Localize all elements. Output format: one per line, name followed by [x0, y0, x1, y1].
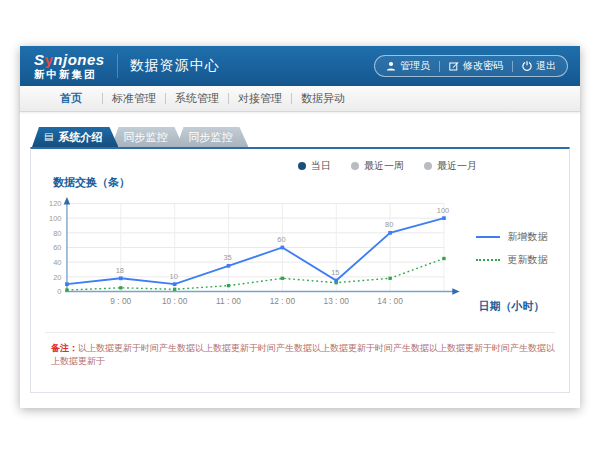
- filter-label: 最近一周: [364, 159, 404, 173]
- change-password-button[interactable]: 修改密码: [449, 59, 503, 73]
- svg-text:80: 80: [53, 229, 61, 238]
- radio-icon: [351, 162, 359, 170]
- filter-label: 最近一月: [437, 159, 477, 173]
- svg-text:14 : 00: 14 : 00: [377, 296, 403, 306]
- chart-legend: 新增数据 更新数据: [476, 230, 569, 267]
- app-header: Synjones 新中新集团 数据资源中心 管理员 修改密码 退出: [20, 46, 580, 86]
- legend-line-solid: [476, 236, 500, 238]
- logo-text-2: njones: [53, 51, 104, 68]
- legend-line-dotted: [476, 259, 500, 261]
- user-menu[interactable]: 管理员: [386, 59, 430, 73]
- logout-button[interactable]: 退出: [522, 59, 556, 73]
- svg-text:0: 0: [57, 287, 61, 296]
- nav-item-home[interactable]: 首页: [40, 91, 102, 106]
- svg-text:12 : 00: 12 : 00: [270, 296, 296, 306]
- tab-label: 同步监控: [123, 130, 167, 145]
- svg-text:80: 80: [385, 220, 393, 229]
- svg-text:20: 20: [53, 273, 61, 282]
- chart-right-column: 新增数据 更新数据 日期（小时）: [476, 190, 569, 330]
- tab-label: 系统介绍: [58, 130, 102, 145]
- legend-item-updated-data: 更新数据: [476, 253, 569, 267]
- filter-last-week[interactable]: 最近一周: [351, 159, 404, 173]
- change-password-label: 修改密码: [463, 59, 503, 73]
- footnote-prefix: 备注：: [51, 343, 78, 353]
- line-chart: 0204060801001209 : 0010 : 0011 : 0012 : …: [41, 190, 476, 330]
- svg-text:40: 40: [53, 258, 61, 267]
- svg-text:100: 100: [437, 206, 449, 215]
- pill-separator: [439, 61, 440, 72]
- user-controls: 管理员 修改密码 退出: [374, 55, 568, 77]
- svg-text:60: 60: [53, 243, 61, 252]
- nav-item-standard-management[interactable]: 标准管理: [103, 91, 165, 106]
- svg-text:10: 10: [170, 272, 178, 281]
- main-content: ▤ 系统介绍 同步监控 同步监控 当日 最近一周: [30, 127, 570, 393]
- footnote-text: 以上数据更新于时间产生数据以上数据更新于时间产生数据以上数据更新于时间产生数据以…: [51, 343, 555, 366]
- brand-logo: Synjones 新中新集团: [34, 52, 105, 80]
- tab-sync-monitor-2[interactable]: 同步监控: [176, 127, 248, 147]
- user-label: 管理员: [400, 59, 430, 73]
- x-axis-title: 日期（小时）: [478, 299, 544, 314]
- pill-separator: [512, 61, 513, 72]
- tab-bar: ▤ 系统介绍 同步监控 同步监控: [32, 127, 570, 147]
- footnote: 备注：以上数据更新于时间产生数据以上数据更新于时间产生数据以上数据更新于时间产生…: [31, 333, 569, 367]
- svg-text:60: 60: [277, 235, 285, 244]
- page-title: 数据资源中心: [130, 57, 220, 75]
- header-divider: [117, 54, 118, 78]
- filter-last-month[interactable]: 最近一月: [424, 159, 477, 173]
- svg-text:100: 100: [49, 214, 61, 223]
- legend-item-new-data: 新增数据: [476, 230, 569, 244]
- radio-icon: [424, 162, 432, 170]
- logout-label: 退出: [536, 59, 556, 73]
- chart-area: 0204060801001209 : 0010 : 0011 : 0012 : …: [31, 190, 569, 330]
- nav-item-system-management[interactable]: 系统管理: [166, 91, 228, 106]
- logo-text: S: [34, 51, 45, 68]
- power-icon: [522, 61, 532, 71]
- tab-system-intro[interactable]: ▤ 系统介绍: [32, 127, 118, 147]
- filter-label: 当日: [311, 159, 331, 173]
- document-icon: ▤: [44, 132, 53, 142]
- filter-today[interactable]: 当日: [298, 159, 331, 173]
- legend-label: 新增数据: [507, 230, 547, 244]
- chart-panel: 当日 最近一周 最近一月 数据交换（条） 0204060801001209 : …: [30, 147, 570, 393]
- y-axis-title: 数据交换（条）: [53, 175, 569, 190]
- brand-logo-word: Synjones: [34, 52, 105, 67]
- legend-label: 更新数据: [507, 253, 547, 267]
- edit-icon: [449, 61, 459, 71]
- svg-text:10 : 00: 10 : 00: [162, 296, 188, 306]
- period-filter-group: 当日 最近一周 最近一月: [31, 149, 569, 173]
- user-icon: [386, 61, 396, 71]
- nav-item-interface-management[interactable]: 对接管理: [229, 91, 291, 106]
- svg-text:11 : 00: 11 : 00: [216, 296, 241, 306]
- main-navbar: 首页 标准管理 系统管理 对接管理 数据异动: [20, 86, 580, 112]
- radio-icon: [298, 162, 306, 170]
- svg-text:15: 15: [331, 268, 339, 277]
- svg-text:35: 35: [223, 253, 231, 262]
- tab-sync-monitor-1[interactable]: 同步监控: [111, 127, 183, 147]
- nav-item-data-change[interactable]: 数据异动: [292, 91, 354, 106]
- svg-text:120: 120: [49, 199, 61, 208]
- svg-text:9 : 00: 9 : 00: [110, 296, 131, 306]
- svg-text:13 : 00: 13 : 00: [324, 296, 350, 306]
- brand-logo-subtitle: 新中新集团: [34, 69, 105, 80]
- tab-label: 同步监控: [188, 130, 232, 145]
- svg-text:18: 18: [116, 266, 124, 275]
- app-window: Synjones 新中新集团 数据资源中心 管理员 修改密码 退出 首页: [20, 46, 580, 408]
